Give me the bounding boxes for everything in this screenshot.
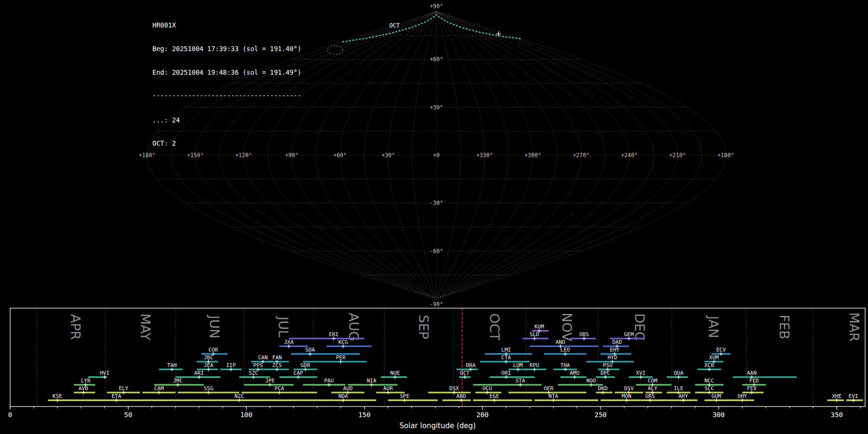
month-label: MAY: [138, 313, 153, 341]
shower-code-label: PER: [336, 354, 346, 361]
shower-MON: MON: [600, 393, 640, 402]
moon-marker: [327, 46, 343, 54]
shower-AHY: AHY: [667, 393, 698, 402]
shower-COM: COM: [636, 378, 672, 387]
shower-ECV: ECV: [712, 347, 731, 356]
shower-QUA: QUA: [667, 370, 688, 379]
oct-track-line: [342, 15, 521, 42]
shower-code-label: DAD: [612, 339, 622, 345]
shower-code-label: DPC: [600, 370, 610, 376]
shower-activity-bar: [489, 376, 534, 378]
shower-activity-bar: [641, 399, 667, 401]
x-axis: [10, 407, 860, 410]
radiant-sky-map: +180°+150°+120°+90°+60°+30°+0+330°+300°+…: [0, 0, 868, 308]
shower-code-label: XUM: [709, 354, 719, 361]
shower-FAN: FAN: [268, 354, 289, 364]
shower-CAP: CAP: [279, 370, 317, 379]
month-label: FEB: [777, 314, 792, 339]
month-label: OCT: [487, 313, 502, 341]
shower-code-label: LMI: [502, 347, 511, 353]
shower-activity-bar: [600, 399, 640, 401]
shower-code-label: QUA: [674, 370, 683, 376]
shower-LEO: LEO: [544, 347, 586, 356]
shower-code-label: ARI: [194, 370, 204, 376]
shower-code-label: OBS: [579, 331, 589, 338]
shower-activity-bar: [303, 361, 366, 362]
shower-code-label: DKD: [598, 385, 608, 392]
drift-track: [550, 56, 704, 168]
shower-code-label: AUR: [383, 385, 393, 392]
lon-label: +0: [433, 152, 440, 159]
shower-code-label: GDR: [300, 362, 310, 368]
month-label: APR: [68, 314, 83, 340]
shower-XHE: XHE: [827, 393, 844, 402]
month-label: DEC: [632, 313, 647, 341]
shower-bars: KSEETANZCNDASPEARDEGENTAMONURSAHYGUMOHYX…: [48, 324, 863, 402]
shower-NIA: NIA: [348, 378, 397, 387]
shower-PER: PER: [303, 354, 366, 364]
shower-activity-bar: [291, 353, 360, 354]
shower-GUM: GUM: [705, 393, 728, 402]
shower-activity-bar: [733, 376, 797, 378]
lon-label: +180°: [718, 152, 734, 159]
shower-code-label: SSG: [203, 385, 213, 392]
shower-activity-bar: [473, 384, 542, 385]
shower-activity-bar: [558, 384, 603, 385]
shower-code-label: GEM: [624, 331, 634, 338]
shower-code-label: NIA: [366, 378, 376, 384]
x-tick-label: 200: [476, 411, 488, 419]
shower-THA: THA: [554, 362, 577, 371]
shower-PCA: PCA: [242, 385, 317, 394]
shower-code-label: XCB: [705, 362, 714, 368]
shower-ILE: ILE: [667, 385, 691, 394]
shower-DKD: DKD: [596, 385, 612, 394]
shower-OCU: OCU: [475, 385, 502, 394]
shower-JEA: JEA: [197, 362, 218, 371]
shower-code-label: JXA: [284, 339, 294, 345]
shower-SPE: SPE: [388, 393, 438, 402]
shower-FEV: FEV: [742, 385, 763, 394]
shower-AUR: AUR: [376, 385, 405, 394]
shower-activity-bar: [530, 345, 598, 347]
shower-PSU: PSU: [598, 362, 620, 371]
shower-code-label: URS: [645, 393, 655, 399]
shower-AAN: AAN: [733, 370, 797, 379]
shower-STA: STA: [473, 378, 542, 387]
begin-time: Beg: 20251004 17:39:33 (sol = 191.40°): [152, 45, 301, 53]
shower-LYR: LYR: [74, 378, 95, 387]
shower-code-label: GUM: [711, 393, 721, 399]
lat-label: -90°: [430, 301, 443, 308]
lat-label: -60°: [430, 248, 443, 255]
shower-code-label: JMC: [173, 378, 183, 384]
shower-code-label: FEV: [747, 385, 757, 392]
count-oct: OCT: 2: [152, 139, 301, 147]
shower-code-label: PPS: [253, 362, 263, 368]
shower-HVI: HVI: [88, 370, 109, 379]
shower-code-label: DRA: [466, 362, 475, 368]
separator-line: --------------------------------------: [152, 92, 301, 99]
shower-code-label: OCT: [460, 370, 470, 376]
shower-code-label: FED: [749, 378, 759, 384]
shower-code-label: ETA: [111, 393, 121, 399]
observation-header: HR001X Beg: 20251004 17:39:33 (sol = 191…: [152, 6, 301, 163]
shower-XCB: XCB: [697, 362, 721, 371]
shower-code-label: FAN: [272, 354, 282, 361]
shower-AND: AND: [530, 339, 598, 348]
shower-activity-bar: [428, 392, 471, 393]
shower-PAU: PAU: [303, 378, 345, 387]
shower-DPC: DPC: [596, 370, 615, 379]
shower-code-label: SZC: [249, 370, 258, 376]
shower-code-label: IIP: [226, 362, 236, 368]
oct-track: OCT: [342, 15, 521, 42]
shower-code-label: XHE: [832, 393, 841, 399]
shower-ALY: ALY: [646, 385, 662, 394]
shower-code-label: EGE: [489, 393, 499, 399]
shower-activity-bar: [586, 361, 634, 362]
x-tick-label: 250: [595, 411, 607, 419]
x-tick-label: 50: [124, 411, 132, 419]
shower-code-label: PAU: [324, 378, 334, 384]
shower-activity-bar: [326, 345, 371, 347]
shower-OCT: OCT: [459, 370, 471, 379]
shower-OHY: OHY: [728, 393, 754, 402]
shower-code-label: RPU: [529, 362, 539, 368]
